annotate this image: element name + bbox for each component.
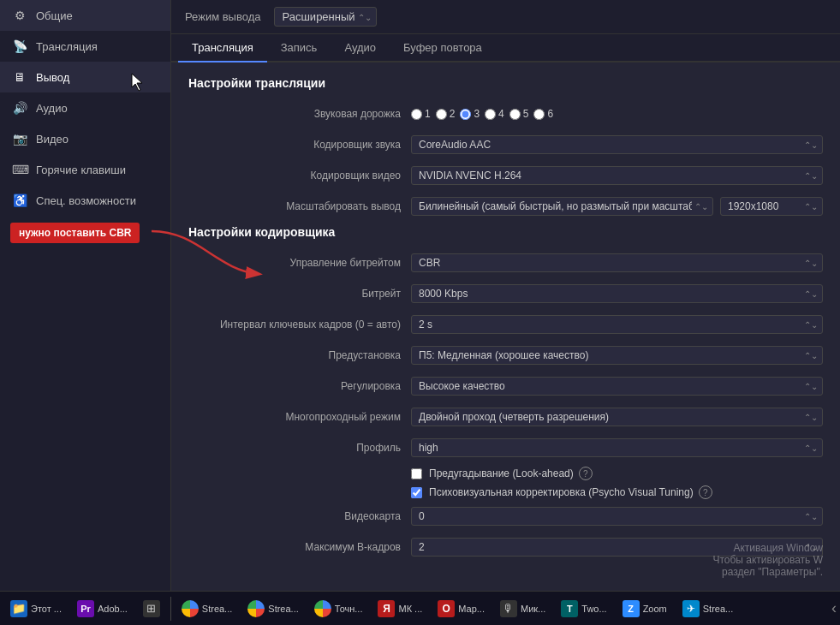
psycho-row: Психовизуальная корректировка (Psycho Vi… (188, 485, 823, 499)
tuning-select[interactable]: Высокое качество (411, 377, 823, 396)
sidebar-item-accessibility[interactable]: ♿ Спец. возможности (0, 185, 170, 216)
sidebar-item-accessibility-label: Спец. возможности (36, 194, 136, 207)
taskbar-item-two[interactable]: T Two... (554, 594, 613, 623)
gpu-select[interactable]: 0 (411, 507, 823, 526)
lookahead-label: Предугадывание (Look-ahead) (429, 467, 574, 479)
lookahead-checkbox[interactable] (411, 468, 422, 479)
accessibility-icon: ♿ (12, 193, 27, 207)
sidebar-item-output-label: Вывод (36, 71, 69, 84)
sidebar-item-video[interactable]: 📷 Видео (0, 123, 170, 154)
taskbar-item-zoom[interactable]: Z Zoom (616, 594, 674, 623)
taskbar-item-mic[interactable]: 🎙 Мик... (493, 594, 552, 623)
hotkeys-icon: ⌨ (12, 163, 27, 176)
taskbar-item-chrome3[interactable]: Точн... (307, 594, 370, 623)
taskbar-label-two: Two... (581, 604, 606, 614)
max-bframes-select-wrapper[interactable]: 2 (411, 538, 823, 557)
taskbar-label-explorer: Этот ... (31, 604, 62, 614)
taskbar-icon-opera: O (438, 600, 455, 617)
sidebar-item-output[interactable]: 🖥 Вывод (0, 62, 170, 92)
sidebar-item-stream-label: Трансляция (36, 40, 98, 53)
taskbar-label-zoom: Zoom (643, 604, 667, 614)
video-encoder-select-wrapper[interactable]: NVIDIA NVENC H.264 (411, 166, 823, 185)
audio-encoder-label: Кодировщик звука (188, 139, 411, 151)
gear-icon: ⚙ (12, 9, 27, 22)
bitrate-select-wrapper[interactable]: 8000 Kbps (411, 284, 823, 303)
gpu-select-wrapper[interactable]: 0 (411, 507, 823, 526)
sidebar-item-stream[interactable]: 📡 Трансляция (0, 31, 170, 62)
taskbar-item-chrome1[interactable]: Strea... (175, 594, 239, 623)
audio-track-label: Звуковая дорожка (188, 108, 411, 120)
tab-buffer[interactable]: Буфер повтора (390, 34, 496, 62)
output-mode-select[interactable]: Расширенный (274, 7, 377, 27)
scale-method-select[interactable]: Билинейный (самый быстрый, но размытый п… (411, 197, 713, 216)
taskbar-chevron-left[interactable]: ‹ (831, 599, 837, 617)
psycho-checkbox[interactable] (411, 487, 422, 498)
sidebar-item-general[interactable]: ⚙ Общие (0, 0, 170, 31)
sidebar-item-audio[interactable]: 🔊 Аудио (0, 92, 170, 123)
taskbar-icon-explorer: 📁 (10, 600, 27, 617)
video-encoder-select[interactable]: NVIDIA NVENC H.264 (411, 166, 823, 185)
stream-icon: 📡 (12, 39, 27, 53)
taskbar-item-premiere[interactable]: Pr Adob... (70, 594, 134, 623)
profile-select-wrapper[interactable]: high (411, 438, 823, 457)
bitrate-label: Битрейт (188, 288, 411, 300)
taskbar-end: ‹ (831, 599, 837, 617)
audio-encoder-select[interactable]: CoreAudio AAC (411, 135, 823, 154)
preset-select-wrapper[interactable]: П5: Медленная (хорошее качество) (411, 346, 823, 365)
scale-output-row: Масштабировать вывод Билинейный (самый б… (188, 194, 823, 218)
audio-encoder-row: Кодировщик звука CoreAudio AAC (188, 133, 823, 157)
taskbar-item-win[interactable]: ⊞ (136, 594, 167, 623)
multipass-select[interactable]: Двойной проход (четверть разрешения) (411, 408, 823, 426)
scale-resolution-select[interactable]: 1920x1080 (720, 197, 823, 216)
keyframe-interval-select[interactable]: 2 s (411, 315, 823, 334)
tab-record[interactable]: Запись (267, 34, 331, 62)
audio-track-2[interactable]: 2 (436, 108, 456, 120)
multipass-select-wrapper[interactable]: Двойной проход (четверть разрешения) (411, 408, 823, 426)
output-mode-select-wrapper[interactable]: Расширенный (274, 7, 377, 27)
preset-select[interactable]: П5: Медленная (хорошее качество) (411, 346, 823, 365)
scale-method-wrapper[interactable]: Билинейный (самый быстрый, но размытый п… (411, 197, 713, 216)
multipass-row: Многопроходный режим Двойной проход (чет… (188, 405, 823, 429)
sidebar-item-hotkeys[interactable]: ⌨ Горячие клавиши (0, 154, 170, 185)
psycho-help-icon[interactable]: ? (699, 485, 712, 499)
bitrate-control-label: Управление битрейтом (188, 257, 411, 269)
audio-track-6[interactable]: 6 (533, 108, 553, 120)
audio-track-3[interactable]: 3 (460, 108, 480, 120)
taskbar-item-explorer[interactable]: 📁 Этот ... (3, 594, 69, 623)
video-encoder-label: Кодировщик видео (188, 170, 411, 182)
taskbar-item-chrome2[interactable]: Strea... (241, 594, 305, 623)
tab-stream[interactable]: Трансляция (178, 34, 267, 62)
taskbar-label-telegram: Strea... (703, 604, 733, 614)
taskbar-item-yandex[interactable]: Я МК ... (371, 594, 429, 623)
taskbar-label-chrome3: Точн... (335, 604, 363, 614)
multipass-label: Многопроходный режим (188, 411, 411, 423)
taskbar-label-opera: Мар... (458, 604, 485, 614)
settings-content: Настройки трансляции Звуковая дорожка 1 … (171, 62, 840, 591)
audio-encoder-select-wrapper[interactable]: CoreAudio AAC (411, 135, 823, 154)
profile-select[interactable]: high (411, 438, 823, 457)
gpu-row: Видеокарта 0 (188, 504, 823, 528)
sidebar-item-general-label: Общие (36, 9, 73, 22)
tuning-select-wrapper[interactable]: Высокое качество (411, 377, 823, 396)
profile-label: Профиль (188, 442, 411, 454)
keyframe-interval-select-wrapper[interactable]: 2 s (411, 315, 823, 334)
tab-audio[interactable]: Аудио (331, 34, 390, 62)
max-bframes-row: Максимум B-кадров 2 (188, 535, 823, 559)
max-bframes-label: Максимум B-кадров (188, 541, 411, 553)
taskbar-item-telegram[interactable]: ✈ Strea... (676, 594, 740, 623)
audio-track-4[interactable]: 4 (485, 108, 504, 120)
scale-resolution-wrapper[interactable]: 1920x1080 (720, 197, 823, 216)
bitrate-select[interactable]: 8000 Kbps (411, 284, 823, 303)
audio-track-5[interactable]: 5 (509, 108, 529, 120)
lookahead-help-icon[interactable]: ? (579, 467, 593, 480)
taskbar-icon-two: T (561, 600, 578, 617)
lookahead-row: Предугадывание (Look-ahead) ? (188, 467, 823, 480)
keyframe-interval-label: Интервал ключевых кадров (0 = авто) (188, 318, 411, 330)
bitrate-control-select[interactable]: CBR (411, 253, 823, 272)
sidebar-item-advanced[interactable]: 🔧 Расширенные (0, 216, 170, 247)
taskbar-item-opera[interactable]: O Мар... (431, 594, 491, 623)
max-bframes-select[interactable]: 2 (411, 538, 823, 557)
video-icon: 📷 (12, 132, 27, 146)
audio-track-1[interactable]: 1 (411, 108, 431, 120)
bitrate-control-select-wrapper[interactable]: CBR (411, 253, 823, 272)
